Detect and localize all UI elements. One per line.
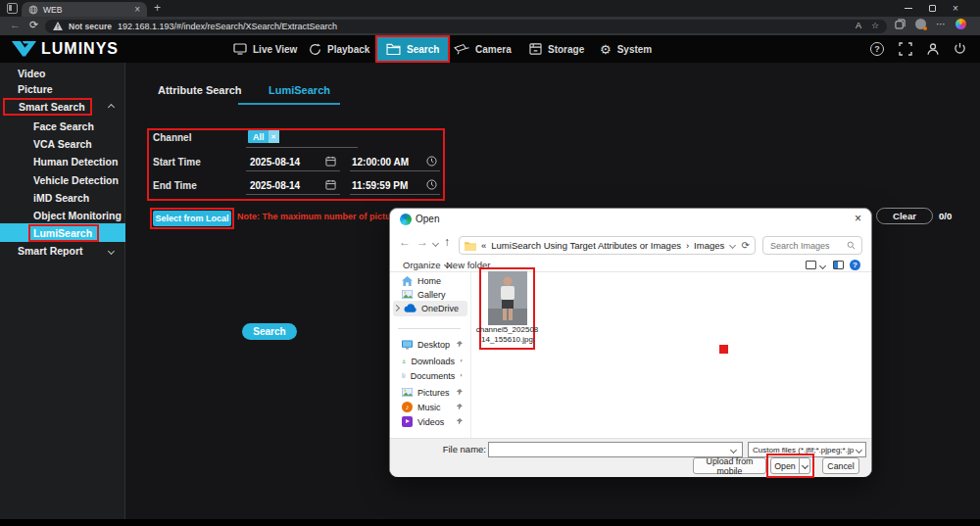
sidebar-item-vehicle-detection[interactable]: Vehicle Detection	[0, 171, 125, 189]
storage-icon	[529, 43, 542, 55]
expand-icon[interactable]	[393, 305, 400, 311]
dialog-sidebar-home[interactable]: Home	[390, 273, 470, 288]
channel-value-tag[interactable]: All ×	[248, 130, 279, 143]
address-dropdown-icon[interactable]	[729, 242, 736, 249]
window-maximize-button[interactable]	[920, 0, 944, 17]
sidebar-item-picture[interactable]: Picture	[0, 80, 125, 98]
end-clock-field[interactable]: 11:59:59 PM	[352, 180, 408, 191]
read-aloud-icon[interactable]: A	[856, 21, 861, 30]
breadcrumb-parent[interactable]: LumiSearch Using Target Attributes or Im…	[491, 240, 681, 251]
browser-tab[interactable]: WEB ×	[22, 2, 147, 17]
dialog-search-box[interactable]	[762, 236, 862, 255]
power-icon[interactable]	[954, 42, 966, 55]
dialog-help-icon[interactable]: ?	[850, 260, 860, 270]
nav-camera[interactable]: Camera	[454, 35, 512, 63]
end-time-label: End Time	[153, 180, 197, 191]
clock-icon[interactable]	[426, 179, 437, 190]
dialog-sidebar-pictures[interactable]: Pictures	[390, 385, 470, 400]
sidebar-item-smart-search[interactable]: Smart Search	[0, 98, 125, 116]
not-secure-label: Not secure	[69, 22, 112, 31]
search-button[interactable]: Search	[242, 323, 297, 340]
tab-title: WEB	[43, 5, 129, 15]
view-dropdown-icon[interactable]	[819, 263, 826, 269]
file-name-dropdown-icon[interactable]	[730, 446, 737, 453]
sidebar-item-human-detection[interactable]: Human Detection	[0, 153, 125, 170]
breadcrumb-current[interactable]: Images	[694, 240, 724, 251]
bookmark-star-icon[interactable]: ☆	[871, 21, 879, 30]
red-marker-annotation	[719, 345, 728, 354]
dialog-forward-icon[interactable]: →	[416, 235, 428, 249]
organize-menu[interactable]: Organize	[403, 260, 450, 270]
sidebar-item-lumisearch[interactable]: LumiSearch	[0, 223, 125, 242]
tab-close-icon[interactable]: ×	[134, 5, 140, 15]
tab-attribute-search[interactable]: Attribute Search	[158, 84, 242, 96]
new-tab-button[interactable]: +	[154, 1, 161, 15]
sidebar-item-object-monitoring[interactable]: Object Monitoring	[0, 207, 125, 224]
window-minimize-button[interactable]	[897, 0, 920, 17]
dialog-address-bar[interactable]: « LumiSearch Using Target Attributes or …	[459, 236, 756, 255]
dialog-sidebar-documents[interactable]: Documents	[390, 368, 470, 383]
dialog-sidebar-music[interactable]: ♪ Music	[390, 400, 470, 414]
calendar-icon[interactable]	[325, 156, 336, 167]
browser-back-icon[interactable]: ←	[10, 19, 21, 30]
clock-icon[interactable]	[426, 156, 437, 167]
end-date-field[interactable]: 2025-08-14	[250, 180, 300, 191]
brand-name: LUMINYS	[41, 40, 119, 58]
change-view-icon[interactable]	[806, 261, 816, 269]
calendar-icon[interactable]	[325, 179, 336, 190]
dialog-sidebar-desktop[interactable]: Desktop	[390, 337, 470, 352]
dialog-close-icon[interactable]: ×	[855, 212, 861, 225]
start-date-field[interactable]: 2025-08-14	[250, 157, 300, 167]
dialog-sidebar-downloads[interactable]: Downloads	[390, 354, 470, 368]
start-clock-field[interactable]: 12:00:00 AM	[352, 157, 409, 167]
address-bar[interactable]: Not secure 192.168.1.193/#/index/reSearc…	[45, 20, 887, 33]
dialog-search-input[interactable]	[768, 240, 847, 252]
open-button-annotation-box: Open	[766, 454, 814, 478]
browser-menu-icon[interactable]: ⋯	[936, 19, 946, 29]
nav-storage[interactable]: Storage	[529, 35, 584, 63]
camera-icon	[454, 43, 469, 55]
url-text[interactable]: 192.168.1.193/#/index/reSearch/XSearch/E…	[118, 22, 337, 31]
dialog-sidebar-videos[interactable]: Videos	[390, 414, 470, 429]
help-icon: ?	[874, 44, 880, 54]
window-close-button[interactable]: ×	[944, 0, 967, 17]
file-name-label: File name:	[410, 444, 486, 454]
upload-from-mobile-button[interactable]: Upload from mobile	[693, 457, 766, 474]
nav-system[interactable]: ⚙ System	[600, 35, 652, 63]
collections-icon[interactable]	[895, 19, 906, 29]
sidebar-item-face-search[interactable]: Face Search	[0, 118, 125, 135]
nav-live-view[interactable]: Live View	[233, 35, 297, 63]
dialog-up-icon[interactable]: ↑	[444, 235, 450, 249]
open-split-dropdown[interactable]	[799, 457, 809, 474]
clear-button[interactable]: Clear	[876, 208, 933, 224]
nav-search[interactable]: Search	[375, 35, 450, 63]
gallery-icon	[402, 290, 413, 299]
select-from-local-button[interactable]: Select from Local	[153, 211, 231, 226]
fullscreen-icon[interactable]	[899, 42, 912, 56]
open-button[interactable]: Open	[770, 457, 810, 474]
file-item[interactable]: channel5_202508 14_155610.jpg	[479, 267, 535, 350]
sidebar-item-vca-search[interactable]: VCA Search	[0, 135, 125, 153]
sidebar-item-imd-search[interactable]: iMD Search	[0, 189, 125, 207]
file-name-input[interactable]	[489, 445, 731, 455]
dialog-sidebar-gallery[interactable]: Gallery	[390, 287, 470, 302]
tab-lumisearch[interactable]: LumiSearch	[269, 84, 330, 96]
profile-avatar[interactable]	[915, 19, 926, 29]
dialog-sidebar-onedrive[interactable]: OneDrive	[390, 301, 470, 315]
dialog-back-icon[interactable]: ←	[399, 235, 411, 249]
browser-refresh-icon[interactable]: ⟳	[29, 19, 38, 31]
recent-locations-icon[interactable]	[432, 240, 439, 247]
tag-remove-icon[interactable]: ×	[269, 130, 279, 143]
nav-camera-label: Camera	[475, 44, 512, 55]
dialog-refresh-icon[interactable]: ⟳	[742, 240, 750, 251]
note-text: Note: The maximum number of pictures tha…	[237, 212, 390, 224]
nav-playback[interactable]: Playback	[309, 35, 369, 63]
help-button[interactable]: ?	[870, 42, 884, 56]
tab-search-icon[interactable]	[7, 3, 18, 14]
sidebar-item-smart-report[interactable]: Smart Report	[0, 242, 125, 260]
user-icon[interactable]	[926, 42, 940, 56]
cancel-button[interactable]: Cancel	[822, 457, 859, 474]
details-pane-icon[interactable]	[833, 261, 844, 269]
home-icon	[402, 276, 413, 286]
copilot-icon[interactable]	[956, 19, 966, 29]
